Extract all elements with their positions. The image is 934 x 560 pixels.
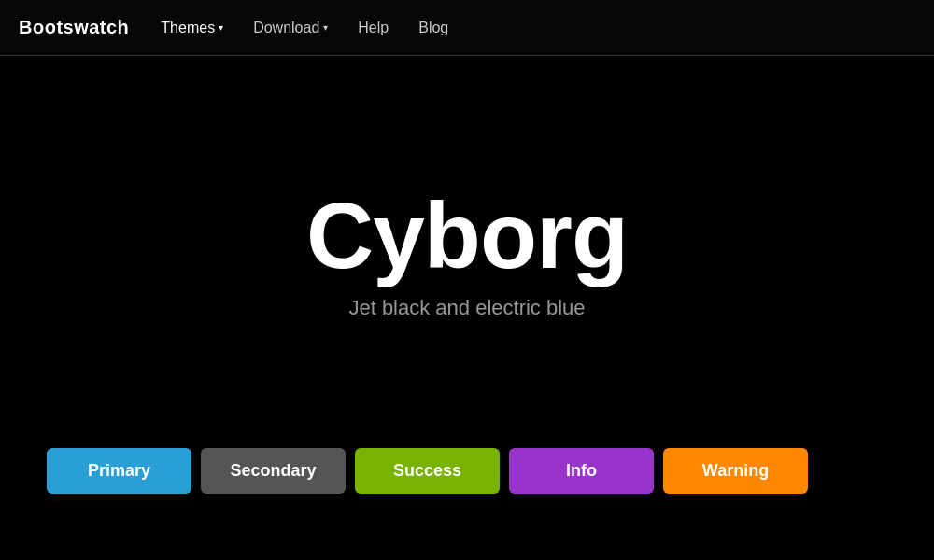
- navbar: Bootswatch Themes ▾ Download ▾ Help Blog: [0, 0, 934, 56]
- success-button[interactable]: Success: [355, 448, 500, 494]
- nav-item-themes[interactable]: Themes ▾: [148, 12, 236, 44]
- hero-subtitle: Jet black and electric blue: [348, 296, 585, 320]
- primary-button[interactable]: Primary: [47, 448, 191, 494]
- info-button[interactable]: Info: [509, 448, 654, 494]
- warning-button[interactable]: Warning: [663, 448, 808, 494]
- brand-logo[interactable]: Bootswatch: [19, 17, 129, 38]
- hero-section: Cyborg Jet black and electric blue: [0, 56, 934, 448]
- chevron-down-icon: ▾: [323, 22, 328, 33]
- secondary-button[interactable]: Secondary: [201, 448, 346, 494]
- chevron-down-icon: ▾: [219, 22, 223, 33]
- hero-title: Cyborg: [306, 184, 628, 287]
- nav-item-blog[interactable]: Blog: [405, 12, 461, 44]
- nav-items: Themes ▾ Download ▾ Help Blog: [148, 12, 461, 44]
- nav-item-help[interactable]: Help: [345, 12, 402, 44]
- buttons-row: Primary Secondary Success Info Warning: [0, 448, 934, 494]
- nav-item-download[interactable]: Download ▾: [240, 12, 341, 44]
